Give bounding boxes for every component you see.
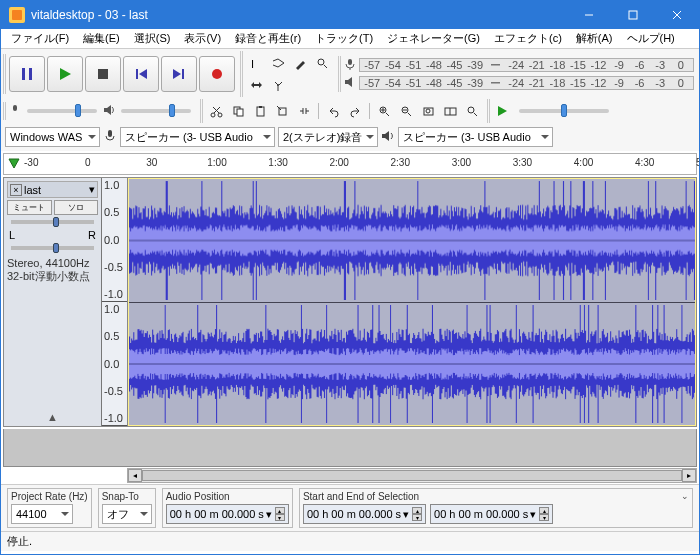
gain-slider[interactable]: [11, 220, 94, 224]
svg-rect-7: [98, 69, 108, 79]
svg-rect-10: [182, 69, 184, 79]
skip-end-button[interactable]: [161, 56, 197, 92]
cut-icon[interactable]: [206, 101, 226, 121]
track-close-button[interactable]: ×: [10, 184, 22, 196]
zoom-in-icon[interactable]: [374, 101, 394, 121]
menu-item[interactable]: ファイル(F): [5, 29, 75, 48]
copy-icon[interactable]: [228, 101, 248, 121]
close-button[interactable]: [655, 1, 699, 29]
audio-position-label: Audio Position: [166, 491, 289, 502]
svg-point-12: [212, 69, 222, 79]
zoom-toggle-icon[interactable]: [462, 101, 482, 121]
host-combo[interactable]: Windows WAS: [5, 127, 100, 147]
multi-tool-icon[interactable]: [268, 75, 288, 95]
recording-device-combo[interactable]: スピーカー (3- USB Audio: [120, 127, 275, 147]
channels-combo[interactable]: 2(ステレオ)録音: [278, 127, 378, 147]
timeline-ruler[interactable]: -300301:001:302:002:303:003:304:004:305:…: [3, 153, 697, 175]
play-button[interactable]: [47, 56, 83, 92]
project-rate-combo[interactable]: 44100: [11, 504, 73, 524]
mic-icon: [9, 104, 21, 118]
speaker-device-icon: [381, 129, 395, 145]
selection-toolbar: Project Rate (Hz) 44100 Snap-To オフ Audio…: [1, 484, 699, 531]
zoom-tool-icon[interactable]: [312, 53, 332, 73]
record-button[interactable]: [199, 56, 235, 92]
pan-slider[interactable]: [11, 246, 94, 250]
title-bar: vitaldesktop - 03 - last: [1, 1, 699, 29]
track-name: last: [24, 184, 41, 196]
menu-item[interactable]: 解析(A): [570, 29, 619, 48]
scroll-thumb[interactable]: [142, 470, 682, 481]
svg-marker-9: [139, 69, 147, 79]
scroll-right-button[interactable]: ▸: [682, 469, 696, 482]
svg-line-24: [214, 107, 220, 113]
snap-to-combo[interactable]: オフ: [102, 504, 152, 524]
trim-icon[interactable]: [272, 101, 292, 121]
menu-item[interactable]: 編集(E): [77, 29, 126, 48]
playback-device-combo[interactable]: スピーカー (3- USB Audio: [398, 127, 553, 147]
menu-item[interactable]: 録音と再生(r): [229, 29, 307, 48]
playback-volume-slider[interactable]: [121, 109, 191, 113]
paste-icon[interactable]: [250, 101, 270, 121]
menu-item[interactable]: ジェネレーター(G): [381, 29, 486, 48]
play-head-icon[interactable]: [8, 158, 20, 170]
menu-item[interactable]: 表示(V): [178, 29, 227, 48]
playback-meter[interactable]: -57-54-51-48-45-39モニターを開始-24-21-18-15-12…: [359, 76, 694, 90]
vertical-scale: 1.00.50.0-0.5-1.0 1.00.50.0-0.5-1.0: [102, 178, 128, 426]
svg-marker-19: [345, 77, 352, 87]
solo-button[interactable]: ソロ: [54, 200, 99, 215]
svg-rect-4: [22, 68, 25, 80]
skip-start-button[interactable]: [123, 56, 159, 92]
menu-item[interactable]: 選択(S): [128, 29, 177, 48]
collapse-chevron-icon[interactable]: ▲: [7, 411, 98, 423]
envelope-tool-icon[interactable]: [268, 53, 288, 73]
recording-volume-slider[interactable]: [27, 109, 97, 113]
speaker-icon: [103, 104, 115, 118]
speaker-play-icon: [344, 76, 356, 90]
audio-position-field[interactable]: 00 h 00 m 00.000 s▾▴▾: [166, 504, 289, 524]
scroll-left-button[interactable]: ◂: [128, 469, 142, 482]
status-bar: 停止.: [1, 531, 699, 551]
silence-icon[interactable]: [294, 101, 314, 121]
selection-end-field[interactable]: 00 h 00 m 00.000 s▾▴▾: [430, 504, 553, 524]
svg-point-16: [277, 84, 279, 86]
fit-selection-icon[interactable]: [418, 101, 438, 121]
svg-line-15: [324, 65, 327, 68]
fit-project-icon[interactable]: [440, 101, 460, 121]
empty-track-area[interactable]: [3, 429, 697, 467]
mixer-toolbar: [3, 102, 198, 120]
selection-mode-chevron-icon[interactable]: ⌄: [681, 491, 689, 504]
maximize-button[interactable]: [611, 1, 655, 29]
svg-rect-20: [13, 105, 17, 111]
draw-tool-icon[interactable]: [290, 53, 310, 73]
window-title: vitaldesktop - 03 - last: [31, 8, 567, 22]
horizontal-scrollbar[interactable]: ◂ ▸: [127, 468, 697, 483]
minimize-button[interactable]: [567, 1, 611, 29]
play-at-speed-toolbar: [487, 99, 616, 123]
recording-meter[interactable]: -57-54-51-48-45-39モニターを開始-24-21-18-15-12…: [359, 58, 694, 72]
svg-line-37: [408, 113, 411, 116]
mute-button[interactable]: ミュート: [7, 200, 52, 215]
menu-item[interactable]: エフェクト(c): [488, 29, 568, 48]
svg-marker-45: [498, 106, 507, 116]
stop-button[interactable]: [85, 56, 121, 92]
track-menu-chevron-icon[interactable]: ▾: [89, 183, 95, 196]
playback-speed-slider[interactable]: [519, 109, 609, 113]
menu-item[interactable]: ヘルプ(H): [621, 29, 681, 48]
svg-rect-8: [136, 69, 138, 79]
undo-icon[interactable]: [323, 101, 343, 121]
timeshift-tool-icon[interactable]: [246, 75, 266, 95]
menu-item[interactable]: トラック(T): [309, 29, 379, 48]
svg-text:I: I: [251, 58, 254, 70]
play-at-speed-button[interactable]: [493, 101, 513, 121]
edit-toolbar: [200, 99, 485, 123]
zoom-out-icon[interactable]: [396, 101, 416, 121]
toolbars: I -57-54-51-48-45-39モニターを開始-24-21-18-15-…: [1, 49, 699, 151]
waveform-display[interactable]: [128, 178, 696, 426]
svg-rect-29: [259, 106, 262, 108]
selection-start-field[interactable]: 00 h 00 m 00.000 s▾▴▾: [303, 504, 426, 524]
redo-icon[interactable]: [345, 101, 365, 121]
svg-point-43: [468, 107, 474, 113]
pause-button[interactable]: [9, 56, 45, 92]
svg-marker-11: [173, 69, 181, 79]
selection-tool-icon[interactable]: I: [246, 53, 266, 73]
